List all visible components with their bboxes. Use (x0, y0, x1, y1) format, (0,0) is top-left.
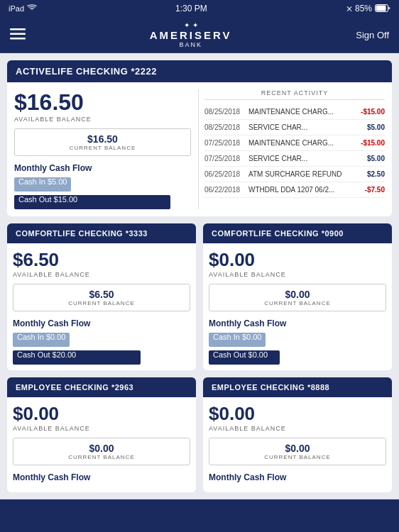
available-balance-label-employee8888: AVAILABLE BALANCE (209, 425, 386, 432)
activity-desc-0: MAINTENANCE CHARG... (248, 108, 352, 116)
account-card-comfortlife0900: COMFORTLIFE CHECKING *0900 $0.00 AVAILAB… (203, 223, 392, 370)
account-body-comfortlife0900: $0.00 AVAILABLE BALANCE $0.00 CURRENT BA… (203, 243, 392, 370)
current-balance-amount-employee2963: $0.00 (16, 443, 187, 454)
activity-date-2: 07/25/2018 (204, 139, 246, 147)
bank-name: AMERISERV (150, 29, 232, 41)
sign-off-button[interactable]: Sign Off (356, 30, 389, 40)
bluetooth-icon: ⨯ 85% (346, 4, 372, 13)
current-balance-box-activelife: $16.50 CURRENT BALANCE (14, 128, 191, 156)
activity-row-1[interactable]: 08/25/2018 SERVICE CHAR... $5.00 (204, 120, 385, 135)
cash-out-bar-comfortlife3333: Cash Out $20.00 (13, 350, 190, 365)
cash-flow-title-comfortlife0900: Monthly Cash Flow (209, 318, 386, 328)
account-card-comfortlife3333: COMFORTLIFE CHECKING *3333 $6.50 AVAILAB… (7, 223, 196, 370)
cash-out-label-activelife: Cash Out $15.00 (18, 195, 77, 204)
device-label: iPad (9, 4, 24, 13)
account-body-employee2963: $0.00 AVAILABLE BALANCE $0.00 CURRENT BA… (7, 397, 196, 492)
cash-in-label-comfortlife0900: Cash In $0.00 (213, 333, 262, 341)
account-title-comfortlife0900: COMFORTLIFE CHECKING *0900 (203, 223, 392, 243)
account-card-employee2963: EMPLOYEE CHECKING *2963 $0.00 AVAILABLE … (7, 377, 196, 492)
available-balance-comfortlife3333: $6.50 (13, 249, 190, 271)
cash-in-label-comfortlife3333: Cash In $0.00 (17, 333, 66, 341)
current-balance-amount-comfortlife0900: $0.00 (212, 289, 383, 300)
cash-in-label-activelife: Cash In $5.00 (18, 177, 67, 186)
activity-amount-0: -$15.00 (355, 108, 385, 116)
current-balance-box-employee2963: $0.00 CURRENT BALANCE (13, 438, 190, 465)
cash-out-label-comfortlife3333: Cash Out $20.00 (17, 350, 76, 359)
battery-icon (375, 4, 390, 13)
current-balance-amount-comfortlife3333: $6.50 (16, 289, 187, 300)
available-balance-employee2963: $0.00 (13, 403, 190, 425)
recent-activity-header: RECENT ACTIVITY (204, 89, 385, 100)
bank-type: BANK (179, 41, 202, 48)
account-title-comfortlife3333: COMFORTLIFE CHECKING *3333 (7, 223, 196, 243)
cash-in-bar-activelife: Cash In $5.00 (14, 177, 191, 192)
status-time: 1:30 PM (175, 4, 207, 13)
current-balance-box-comfortlife0900: $0.00 CURRENT BALANCE (209, 284, 386, 311)
cash-in-bar-comfortlife0900: Cash In $0.00 (209, 333, 386, 347)
current-balance-amount-employee8888: $0.00 (212, 443, 383, 454)
available-balance-label-comfortlife0900: AVAILABLE BALANCE (209, 271, 386, 278)
activity-row-3[interactable]: 07/25/2018 SERVICE CHAR... $5.00 (204, 151, 385, 167)
activity-row-0[interactable]: 08/25/2018 MAINTENANCE CHARG... -$15.00 (204, 104, 385, 120)
status-bar: iPad 1:30 PM ⨯ 85% (0, 0, 399, 17)
current-balance-amount-activelife: $16.50 (18, 133, 187, 145)
activity-amount-3: $5.00 (355, 155, 385, 162)
account-body-activelife: $16.50 AVAILABLE BALANCE $16.50 CURRENT … (7, 82, 392, 216)
activity-desc-3: SERVICE CHAR... (248, 155, 352, 162)
svg-rect-3 (10, 33, 26, 35)
available-balance-label-activelife: AVAILABLE BALANCE (14, 116, 191, 123)
activity-date-3: 07/25/2018 (204, 155, 246, 162)
activity-desc-5: WTHDRL DDA 1207 06/2... (248, 186, 352, 194)
activity-date-1: 08/25/2018 (204, 123, 246, 131)
svg-rect-2 (10, 28, 26, 31)
cash-flow-title-employee2963: Monthly Cash Flow (13, 472, 190, 482)
activity-desc-1: SERVICE CHAR... (248, 123, 352, 131)
account-title-employee8888: EMPLOYEE CHECKING *8888 (203, 377, 392, 397)
activity-amount-2: -$15.00 (355, 139, 385, 147)
available-balance-label-comfortlife3333: AVAILABLE BALANCE (13, 271, 190, 278)
status-right: ⨯ 85% (346, 4, 390, 13)
current-balance-box-employee8888: $0.00 CURRENT BALANCE (209, 438, 386, 465)
recent-activity-panel-activelife: RECENT ACTIVITY 08/25/2018 MAINTENANCE C… (204, 89, 385, 209)
account-body-comfortlife3333: $6.50 AVAILABLE BALANCE $6.50 CURRENT BA… (7, 243, 196, 370)
available-balance-amount-activelife: $16.50 (14, 89, 191, 116)
activity-amount-4: $2.50 (355, 170, 385, 178)
bank-logo: ✦ ✦ AMERISERV BANK (150, 21, 232, 48)
current-balance-label-comfortlife0900: CURRENT BALANCE (212, 300, 383, 306)
status-left: iPad (9, 4, 37, 13)
cash-flow-title-activelife: Monthly Cash Flow (14, 163, 191, 173)
activity-date-0: 08/25/2018 (204, 108, 246, 116)
available-balance-label-employee2963: AVAILABLE BALANCE (13, 425, 190, 432)
account-title-employee2963: EMPLOYEE CHECKING *2963 (7, 377, 196, 397)
current-balance-label-employee8888: CURRENT BALANCE (212, 454, 383, 460)
current-balance-box-comfortlife3333: $6.50 CURRENT BALANCE (13, 284, 190, 311)
current-balance-label-employee2963: CURRENT BALANCE (16, 454, 187, 460)
current-balance-label-activelife: CURRENT BALANCE (18, 145, 187, 151)
left-panel-activelife: $16.50 AVAILABLE BALANCE $16.50 CURRENT … (14, 89, 199, 209)
activity-amount-1: $5.00 (355, 123, 385, 131)
account-body-employee8888: $0.00 AVAILABLE BALANCE $0.00 CURRENT BA… (203, 397, 392, 492)
activity-list: 08/25/2018 MAINTENANCE CHARG... -$15.00 … (204, 104, 385, 198)
nav-bar: ✦ ✦ AMERISERV BANK Sign Off (0, 17, 399, 53)
current-balance-label-comfortlife3333: CURRENT BALANCE (16, 300, 187, 306)
svg-rect-4 (10, 38, 26, 40)
cash-out-label-comfortlife0900: Cash Out $0.00 (213, 350, 268, 359)
wifi-icon (27, 4, 37, 13)
cash-flow-title-comfortlife3333: Monthly Cash Flow (13, 318, 190, 328)
account-card-activelife: ACTIVELIFE CHECKING *2222 $16.50 AVAILAB… (7, 60, 392, 216)
activity-desc-4: ATM SURCHARGE REFUND (248, 170, 352, 178)
menu-button[interactable] (10, 27, 26, 43)
activity-row-2[interactable]: 07/25/2018 MAINTENANCE CHARG... -$15.00 (204, 135, 385, 151)
account-title-activelife: ACTIVELIFE CHECKING *2222 (7, 60, 392, 82)
cash-out-bar-activelife: Cash Out $15.00 (14, 195, 191, 209)
cash-in-bar-comfortlife3333: Cash In $0.00 (13, 333, 190, 347)
svg-rect-1 (376, 5, 386, 11)
account-card-employee8888: EMPLOYEE CHECKING *8888 $0.00 AVAILABLE … (203, 377, 392, 492)
cash-flow-title-employee8888: Monthly Cash Flow (209, 472, 386, 482)
activity-desc-2: MAINTENANCE CHARG... (248, 139, 352, 147)
main-content: ACTIVELIFE CHECKING *2222 $16.50 AVAILAB… (0, 53, 399, 499)
activity-amount-5: -$7.50 (355, 186, 385, 194)
activity-row-5[interactable]: 06/22/2018 WTHDRL DDA 1207 06/2... -$7.5… (204, 182, 385, 198)
activity-date-4: 06/25/2018 (204, 170, 246, 178)
activity-row-4[interactable]: 06/25/2018 ATM SURCHARGE REFUND $2.50 (204, 167, 385, 182)
